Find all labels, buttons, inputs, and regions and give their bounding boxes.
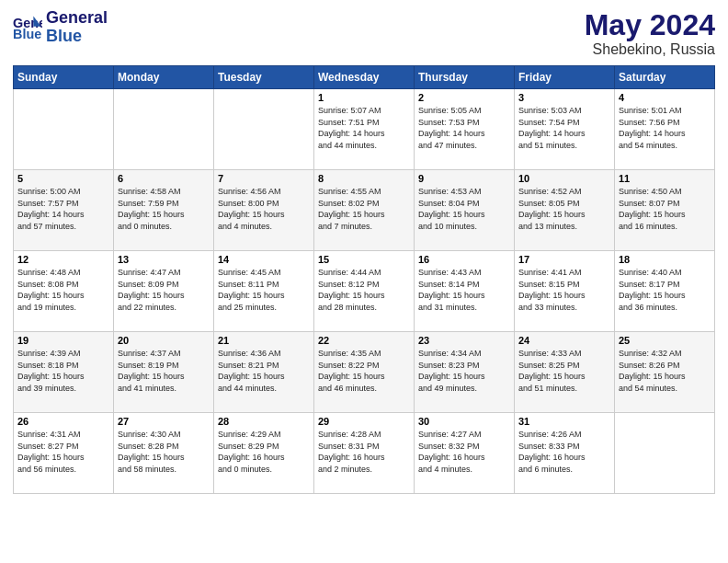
day-info-line: Sunset: 7:57 PM [17, 198, 109, 210]
day-info-line: and 16 minutes. [619, 221, 711, 233]
day-number: 9 [418, 173, 510, 184]
day-number: 25 [619, 335, 711, 346]
day-info-line: Daylight: 15 hours [518, 290, 610, 302]
day-info-line: Sunset: 8:29 PM [218, 441, 310, 453]
day-info-line: Sunrise: 4:47 AM [118, 267, 210, 279]
day-info-line: Sunrise: 4:33 AM [518, 348, 610, 360]
day-number: 3 [518, 92, 610, 103]
calendar-cell-w5-d1: 26Sunrise: 4:31 AMSunset: 8:27 PMDayligh… [14, 413, 114, 494]
calendar-cell-w2-d2: 6Sunrise: 4:58 AMSunset: 7:59 PMDaylight… [114, 170, 214, 251]
day-info-line: Daylight: 16 hours [318, 452, 410, 464]
calendar-cell-w3-d4: 15Sunrise: 4:44 AMSunset: 8:12 PMDayligh… [314, 251, 415, 332]
day-info-line: Sunrise: 4:40 AM [619, 267, 711, 279]
day-number: 15 [318, 254, 410, 265]
calendar-cell-w2-d1: 5Sunrise: 5:00 AMSunset: 7:57 PMDaylight… [14, 170, 114, 251]
calendar-cell-w5-d2: 27Sunrise: 4:30 AMSunset: 8:28 PMDayligh… [114, 413, 214, 494]
day-number: 16 [418, 254, 510, 265]
day-info-line: Daylight: 15 hours [17, 452, 109, 464]
calendar-cell-w5-d4: 29Sunrise: 4:28 AMSunset: 8:31 PMDayligh… [314, 413, 415, 494]
col-monday: Monday [114, 66, 214, 89]
day-number: 14 [218, 254, 310, 265]
day-info-line: and 56 minutes. [17, 464, 109, 476]
day-info-line: and 28 minutes. [318, 302, 410, 314]
day-info-line: Sunset: 8:11 PM [218, 279, 310, 291]
day-number: 11 [619, 173, 711, 184]
day-info-line: Sunset: 7:54 PM [518, 117, 610, 129]
day-info-line: Sunrise: 4:58 AM [118, 186, 210, 198]
day-info-line: Sunrise: 4:53 AM [418, 186, 510, 198]
calendar-cell-w4-d3: 21Sunrise: 4:36 AMSunset: 8:21 PMDayligh… [214, 332, 314, 413]
day-info-line: and 31 minutes. [418, 302, 510, 314]
day-info-line: Daylight: 15 hours [418, 209, 510, 221]
day-info-line: Sunrise: 5:07 AM [318, 105, 410, 117]
day-info-line: Sunset: 7:59 PM [118, 198, 210, 210]
day-number: 1 [318, 92, 410, 103]
day-info-line: and 4 minutes. [218, 221, 310, 233]
day-number: 20 [118, 335, 210, 346]
day-info-line: Sunrise: 4:45 AM [218, 267, 310, 279]
day-info-line: and 39 minutes. [17, 383, 109, 395]
col-sunday: Sunday [14, 66, 114, 89]
day-info-line: Sunrise: 4:41 AM [518, 267, 610, 279]
day-info-line: Daylight: 15 hours [118, 290, 210, 302]
day-info-line: and 25 minutes. [218, 302, 310, 314]
day-info-line: and 46 minutes. [318, 383, 410, 395]
day-info-line: Sunrise: 4:37 AM [118, 348, 210, 360]
day-info-line: and 44 minutes. [218, 383, 310, 395]
calendar-table: Sunday Monday Tuesday Wednesday Thursday… [13, 65, 715, 494]
day-info-line: Sunset: 7:51 PM [318, 117, 410, 129]
calendar-cell-w2-d3: 7Sunrise: 4:56 AMSunset: 8:00 PMDaylight… [214, 170, 314, 251]
calendar-cell-w2-d4: 8Sunrise: 4:55 AMSunset: 8:02 PMDaylight… [314, 170, 415, 251]
day-number: 8 [318, 173, 410, 184]
day-info-line: Sunset: 7:56 PM [619, 117, 711, 129]
day-info-line: and 49 minutes. [418, 383, 510, 395]
day-info-line: and 58 minutes. [118, 464, 210, 476]
calendar-cell-w4-d6: 24Sunrise: 4:33 AMSunset: 8:25 PMDayligh… [515, 332, 615, 413]
col-friday: Friday [515, 66, 615, 89]
col-saturday: Saturday [615, 66, 715, 89]
day-info-line: and 4 minutes. [418, 464, 510, 476]
calendar-cell-w1-d5: 2Sunrise: 5:05 AMSunset: 7:53 PMDaylight… [415, 89, 515, 170]
day-info-line: Sunrise: 4:39 AM [17, 348, 109, 360]
week-row-3: 12Sunrise: 4:48 AMSunset: 8:08 PMDayligh… [14, 251, 715, 332]
day-info-line: Daylight: 15 hours [619, 290, 711, 302]
calendar-cell-w2-d7: 11Sunrise: 4:50 AMSunset: 8:07 PMDayligh… [615, 170, 715, 251]
day-info-line: Sunrise: 4:52 AM [518, 186, 610, 198]
day-info-line: Daylight: 14 hours [619, 128, 711, 140]
day-info-line: Sunset: 8:08 PM [17, 279, 109, 291]
day-info-line: and 19 minutes. [17, 302, 109, 314]
calendar-cell-w3-d2: 13Sunrise: 4:47 AMSunset: 8:09 PMDayligh… [114, 251, 214, 332]
day-number: 22 [318, 335, 410, 346]
day-info-line: Sunset: 8:31 PM [318, 441, 410, 453]
month-year-title: May 2024 [585, 9, 715, 41]
day-number: 21 [218, 335, 310, 346]
calendar-cell-w1-d3 [214, 89, 314, 170]
day-info-line: and 0 minutes. [118, 221, 210, 233]
day-info-line: Daylight: 15 hours [17, 290, 109, 302]
day-info-line: Daylight: 15 hours [118, 452, 210, 464]
day-info-line: Daylight: 15 hours [318, 371, 410, 383]
day-info-line: Sunset: 8:15 PM [518, 279, 610, 291]
location-subtitle: Shebekino, Russia [585, 41, 715, 58]
day-info-line: Sunrise: 4:31 AM [17, 429, 109, 441]
col-wednesday: Wednesday [314, 66, 415, 89]
day-info-line: Daylight: 16 hours [518, 452, 610, 464]
day-info-line: and 10 minutes. [418, 221, 510, 233]
day-info-line: and 2 minutes. [318, 464, 410, 476]
day-number: 6 [118, 173, 210, 184]
calendar-cell-w5-d3: 28Sunrise: 4:29 AMSunset: 8:29 PMDayligh… [214, 413, 314, 494]
calendar-cell-w1-d7: 4Sunrise: 5:01 AMSunset: 7:56 PMDaylight… [615, 89, 715, 170]
day-info-line: Sunrise: 4:36 AM [218, 348, 310, 360]
day-info-line: Sunset: 8:02 PM [318, 198, 410, 210]
day-info-line: Daylight: 15 hours [218, 371, 310, 383]
day-info-line: Sunrise: 5:03 AM [518, 105, 610, 117]
day-info-line: and 36 minutes. [619, 302, 711, 314]
day-number: 30 [418, 416, 510, 427]
week-row-2: 5Sunrise: 5:00 AMSunset: 7:57 PMDaylight… [14, 170, 715, 251]
day-info-line: and 54 minutes. [619, 383, 711, 395]
calendar-cell-w1-d4: 1Sunrise: 5:07 AMSunset: 7:51 PMDaylight… [314, 89, 415, 170]
day-info-line: Sunrise: 5:00 AM [17, 186, 109, 198]
col-tuesday: Tuesday [214, 66, 314, 89]
day-info-line: Daylight: 15 hours [218, 290, 310, 302]
day-info-line: Sunset: 8:25 PM [518, 360, 610, 372]
